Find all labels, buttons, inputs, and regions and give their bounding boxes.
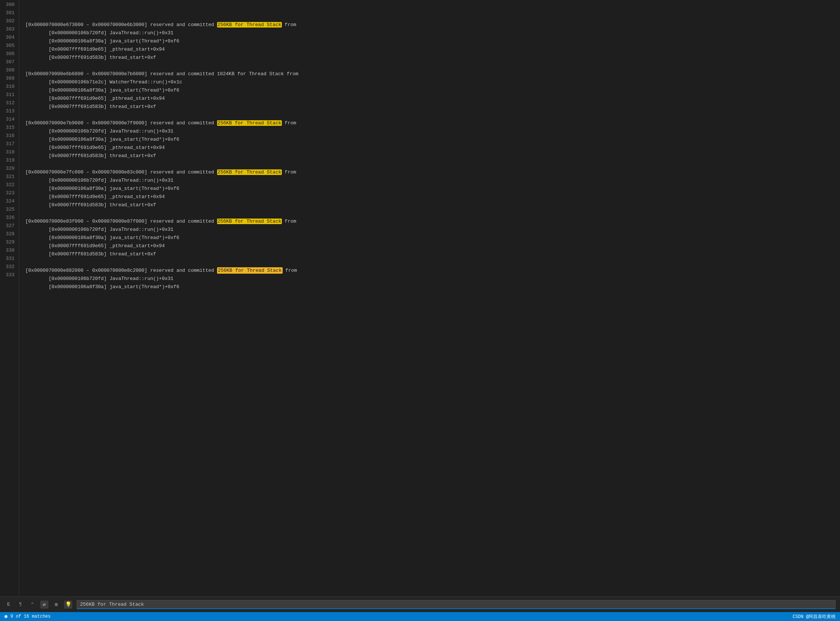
line-number: 333 — [3, 271, 15, 279]
code-line — [25, 111, 840, 119]
search-icons: E ¶ “ ⇄ ▦ 💡 — [5, 601, 72, 609]
code-line: [0x00007fff691d9e65] _pthread_start+0x94 — [25, 45, 840, 54]
code-line: [0x0000070000e7b9000 – 0x000070000e7f900… — [25, 119, 840, 127]
search-highlight: 256KB for Thread Stack — [217, 170, 282, 175]
code-line: [0x0000000106a8f30a] java_start(Thread*)… — [25, 185, 840, 193]
code-line — [25, 160, 840, 168]
line-number: 309 — [3, 74, 15, 83]
status-left: 9 of 16 matches — [5, 614, 51, 619]
editor-area: 3003013023033043053063073083093103113123… — [0, 0, 840, 612]
line-number: 318 — [3, 148, 15, 156]
status-bar: 9 of 16 matches CSDN @阿昌喜吃黄桃 — [0, 612, 840, 621]
line-number: 328 — [3, 230, 15, 238]
line-number: 323 — [3, 189, 15, 197]
code-line: [0x0000070000e83f000 – 0x000070000e87f00… — [25, 217, 840, 226]
code-line: [0x0000000106b720fd] JavaThread::run()+0… — [25, 29, 840, 37]
line-number: 330 — [3, 247, 15, 254]
code-line — [25, 258, 840, 267]
case-sensitive-icon[interactable]: E — [5, 601, 13, 609]
line-number: 320 — [3, 165, 15, 173]
line-numbers: 3003013023033043053063073083093103113123… — [0, 0, 20, 597]
line-number: 317 — [3, 140, 15, 148]
code-content: [0x0000070000e673000 – 0x000070000e6b300… — [20, 0, 840, 597]
code-line: [0x00007fff691d9e65] _pthread_start+0x94 — [25, 242, 840, 250]
line-number: 312 — [3, 99, 15, 107]
line-number: 300 — [3, 1, 15, 9]
paragraph-icon[interactable]: ¶ — [17, 601, 24, 609]
code-container: 3003013023033043053063073083093103113123… — [0, 0, 840, 597]
code-line: [0x0000000106b720fd] JavaThread::run()+0… — [25, 275, 840, 283]
code-line: [0x00007fff691d9e65] _pthread_start+0x94 — [25, 144, 840, 152]
matches-text: 9 of 16 matches — [11, 614, 51, 619]
code-line: [0x0000070000e6b6000 – 0x000070000e7b600… — [25, 70, 840, 78]
line-number: 331 — [3, 254, 15, 263]
line-number: 327 — [3, 222, 15, 230]
code-line: [0x00007fff691d9e65] _pthread_start+0x94 — [25, 95, 840, 103]
code-line: [0x00007fff691d583b] thread_start+0xf — [25, 250, 840, 258]
line-number: 314 — [3, 115, 15, 124]
line-number: 325 — [3, 206, 15, 214]
line-number: 305 — [3, 42, 15, 50]
line-number: 301 — [3, 9, 15, 17]
search-highlight: 256KB for Thread Stack — [217, 120, 282, 126]
code-line: [0x0000000106a8f30a] java_start(Thread*)… — [25, 37, 840, 45]
code-line: [0x0000000106a8f30a] java_start(Thread*)… — [25, 283, 840, 291]
code-line — [25, 209, 840, 217]
line-number: 311 — [3, 91, 15, 99]
code-line: [0x0000000106a8f30a] java_start(Thread*)… — [25, 234, 840, 242]
line-number: 326 — [3, 214, 15, 222]
line-number: 308 — [3, 66, 15, 74]
code-line: [0x0000000106b720fd] JavaThread::run()+0… — [25, 226, 840, 234]
code-line: [0x0000000106b720fd] JavaThread::run()+0… — [25, 176, 840, 185]
highlight-icon[interactable]: 💡 — [64, 601, 72, 609]
line-number: 310 — [3, 83, 15, 91]
line-number: 303 — [3, 25, 15, 33]
quote-icon[interactable]: “ — [28, 601, 36, 609]
line-number: 324 — [3, 197, 15, 206]
line-number: 306 — [3, 50, 15, 58]
code-line: [0x00007fff691d583b] thread_start+0xf — [25, 103, 840, 111]
code-line: [0x0000000106a8f30a] java_start(Thread*)… — [25, 86, 840, 95]
status-bullet — [5, 615, 8, 618]
code-line: [0x0000000106a8f30a] java_start(Thread*)… — [25, 136, 840, 144]
code-line: [0x0000070000e882000 – 0x000070000e8c200… — [25, 267, 840, 275]
code-line: [0x0000070000e7fc000 – 0x000070000e83c00… — [25, 168, 840, 176]
search-input-wrap — [77, 600, 835, 609]
line-number: 304 — [3, 33, 15, 42]
search-highlight: 256KB for Thread Stack — [217, 267, 283, 274]
line-number: 321 — [3, 173, 15, 181]
line-number: 319 — [3, 156, 15, 165]
search-bar: E ¶ “ ⇄ ▦ 💡 — [0, 597, 840, 612]
line-number: 302 — [3, 17, 15, 25]
code-line: [0x00007fff691d9e65] _pthread_start+0x94 — [25, 193, 840, 201]
wrap-icon[interactable]: ⇄ — [40, 601, 48, 609]
code-line: [0x00007fff691d583b] thread_start+0xf — [25, 152, 840, 160]
line-number: 332 — [3, 263, 15, 271]
line-number: 329 — [3, 238, 15, 247]
context-icon[interactable]: ▦ — [52, 601, 60, 609]
line-number: 315 — [3, 124, 15, 132]
search-input[interactable] — [77, 600, 835, 609]
code-line — [25, 13, 840, 21]
code-line: [0x00007fff691d583b] thread_start+0xf — [25, 201, 840, 209]
code-line: [0x0000070000e673000 – 0x000070000e6b300… — [25, 21, 840, 29]
code-line: [0x00007fff691d583b] thread_start+0xf — [25, 54, 840, 62]
code-line — [25, 62, 840, 70]
line-number: 322 — [3, 181, 15, 189]
line-number: 307 — [3, 58, 15, 66]
search-highlight: 256KB for Thread Stack — [217, 218, 282, 224]
line-number: 316 — [3, 132, 15, 140]
code-line: [0x0000000106b720fd] JavaThread::run()+0… — [25, 127, 840, 136]
branding: CSDN @阿昌喜吃黄桃 — [793, 613, 835, 620]
line-number: 313 — [3, 107, 15, 115]
search-highlight: 256KB for Thread Stack — [217, 22, 282, 27]
code-line: [0x0000000106b71e2c] WatcherThread::run(… — [25, 78, 840, 86]
